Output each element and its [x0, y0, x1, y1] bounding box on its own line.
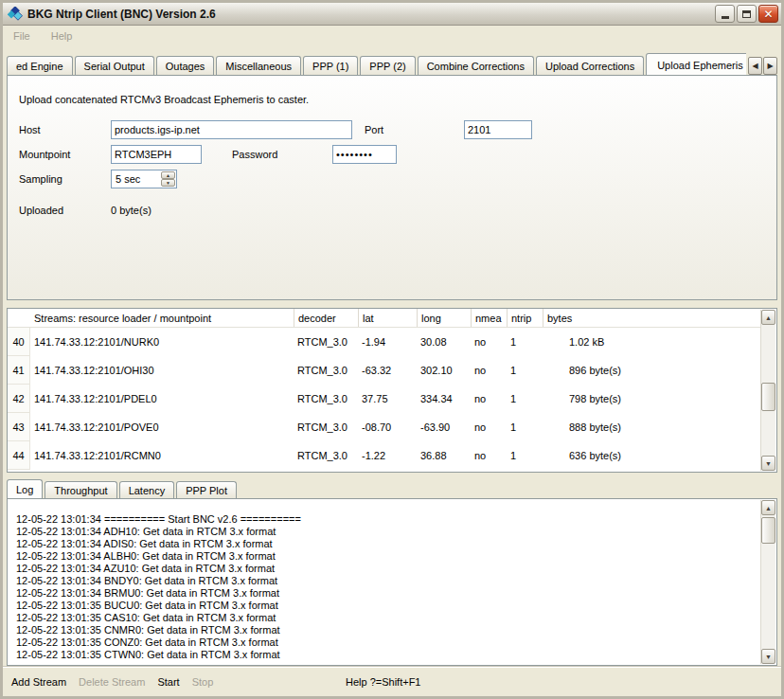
- uploaded-value: 0 byte(s): [111, 205, 151, 216]
- log-line: 12-05-22 13:01:34 BRMU0: Get data in RTC…: [16, 587, 761, 600]
- tab-scroll-left-button[interactable]: ◀: [748, 57, 762, 75]
- row-number: 43: [8, 413, 30, 441]
- tab-ed-engine[interactable]: ed Engine: [7, 56, 73, 75]
- maximize-icon: [742, 10, 751, 18]
- tab-upload-ephemeris[interactable]: Upload Ephemeris: [646, 53, 746, 75]
- long-cell: -63.90: [417, 413, 471, 441]
- log-line: 12-05-22 13:01:34 AZU10: Get data in RTC…: [16, 563, 761, 575]
- titlebar[interactable]: BKG Ntrip Client (BNC) Version 2.6 ✕: [3, 3, 781, 26]
- tab-scroll-right-button[interactable]: ▶: [763, 57, 777, 75]
- window-controls: ✕: [715, 5, 778, 23]
- tab-ppp-2[interactable]: PPP (2): [360, 56, 415, 75]
- streams-scroll-thumb[interactable]: [761, 383, 775, 411]
- log-line: 12-05-22 13:01:34 ========== Start BNC v…: [16, 513, 761, 526]
- tab-ppp-1[interactable]: PPP (1): [303, 56, 358, 75]
- tab-latency[interactable]: Latency: [119, 481, 175, 498]
- tab-outages[interactable]: Outages: [156, 56, 215, 75]
- table-row[interactable]: 43141.74.33.12:2101/POVE0RTCM_3.0-08.70-…: [8, 413, 761, 441]
- log-output: 12-05-22 13:01:34 ========== Start BNC v…: [8, 499, 761, 665]
- log-line: 12-05-22 13:01:34 ALBH0: Get data in RTC…: [16, 550, 761, 563]
- log-scroll-thumb[interactable]: [761, 517, 775, 544]
- tab-scroll-arrows: ◀ ▶: [748, 57, 777, 75]
- port-input[interactable]: [464, 120, 532, 139]
- host-input[interactable]: [111, 120, 352, 139]
- password-label: Password: [232, 149, 324, 160]
- menu-file[interactable]: File: [11, 28, 32, 44]
- column-header-lat: lat: [358, 309, 417, 327]
- table-row[interactable]: 40141.74.33.12:2101/NURK0RTCM_3.0-1.9430…: [8, 328, 761, 356]
- ntrip-cell: 1: [507, 385, 543, 413]
- ntrip-cell: 1: [507, 356, 543, 385]
- table-row[interactable]: 41141.74.33.12:2101/OHI30RTCM_3.0-63.323…: [8, 356, 761, 385]
- column-header-ntrip: ntrip: [507, 309, 543, 327]
- minimize-button[interactable]: [715, 5, 735, 23]
- decoder-cell: RTCM_3.0: [294, 356, 358, 385]
- row-number: 41: [8, 356, 30, 385]
- bytes-cell: 896 byte(s): [543, 356, 761, 385]
- nmea-cell: no: [471, 328, 507, 356]
- mountpoint-label: Mountpoint: [19, 149, 111, 160]
- close-button[interactable]: ✕: [758, 5, 778, 23]
- ntrip-cell: 1: [507, 413, 543, 441]
- nmea-cell: no: [471, 441, 507, 470]
- table-row[interactable]: 42141.74.33.12:2101/PDEL0RTCM_3.037.7533…: [8, 385, 761, 413]
- lat-cell: 37.75: [358, 385, 417, 413]
- bottom-tab-bar: LogThroughputLatencyPPP Plot: [7, 478, 777, 498]
- streams-scrollbar[interactable]: ▲ ▼: [760, 310, 775, 471]
- add-stream-button[interactable]: Add Stream: [11, 676, 66, 688]
- long-cell: 30.08: [417, 328, 471, 356]
- streams-table-body: 40141.74.33.12:2101/NURK0RTCM_3.0-1.9430…: [8, 328, 761, 472]
- log-scroll-track[interactable]: [761, 515, 775, 649]
- sampling-spinner[interactable]: 5 sec ▲ ▼: [111, 170, 177, 188]
- log-scrollbar[interactable]: ▲ ▼: [760, 500, 775, 664]
- streams-table: Streams: resource loader / mountpointdec…: [7, 308, 777, 473]
- maximize-button[interactable]: [737, 5, 757, 23]
- lat-cell: -63.32: [358, 356, 417, 385]
- stream-cell: 141.74.33.12:2101/OHI30: [30, 356, 294, 385]
- log-line: 12-05-22 13:01:35 CONZ0: Get data in RTC…: [16, 636, 761, 649]
- mountpoint-input[interactable]: [111, 145, 202, 164]
- nmea-cell: no: [471, 356, 507, 385]
- tab-ppp-plot[interactable]: PPP Plot: [176, 481, 237, 498]
- sampling-spin-buttons: ▲ ▼: [161, 171, 175, 187]
- tab-upload-corrections[interactable]: Upload Corrections: [536, 56, 644, 75]
- log-line: 12-05-22 13:01:34 BNDY0: Get data in RTC…: [16, 575, 761, 587]
- tab-combine-corrections[interactable]: Combine Corrections: [418, 56, 534, 75]
- stop-button[interactable]: Stop: [192, 676, 214, 688]
- scroll-down-icon[interactable]: ▼: [761, 649, 775, 664]
- uploaded-label: Uploaded: [19, 205, 111, 216]
- tab-log[interactable]: Log: [7, 479, 43, 498]
- log-line: 12-05-22 13:01:34 ADH10: Get data in RTC…: [16, 526, 761, 538]
- lat-cell: -1.22: [358, 441, 417, 470]
- column-header-nmea: nmea: [471, 309, 507, 327]
- tab-serial-output[interactable]: Serial Output: [75, 56, 154, 75]
- row-number: 42: [8, 385, 30, 413]
- bytes-cell: 888 byte(s): [543, 413, 761, 441]
- scroll-down-icon[interactable]: ▼: [761, 456, 775, 471]
- password-input[interactable]: [332, 145, 397, 164]
- decoder-cell: RTCM_3.0: [294, 413, 358, 441]
- streams-scroll-track[interactable]: [761, 325, 775, 456]
- lat-cell: -08.70: [358, 413, 417, 441]
- main-tab-strip: ed EngineSerial OutputOutagesMiscellaneo…: [7, 51, 746, 75]
- tab-throughput[interactable]: Throughput: [45, 481, 116, 498]
- bytes-cell: 636 byte(s): [543, 441, 761, 470]
- menu-help[interactable]: Help: [49, 28, 75, 44]
- start-button[interactable]: Start: [157, 676, 179, 688]
- sampling-label: Sampling: [19, 173, 111, 185]
- app-icon: [8, 7, 23, 22]
- log-line: 12-05-22 13:01:35 CAS10: Get data in RTC…: [16, 612, 761, 624]
- column-header-bytes: bytes: [543, 309, 761, 327]
- spin-down-icon[interactable]: ▼: [161, 179, 175, 187]
- status-bar-actions: Add StreamDelete StreamStartStop: [11, 667, 213, 696]
- table-row[interactable]: 44141.74.33.12:2101/RCMN0RTCM_3.0-1.2236…: [8, 441, 761, 470]
- tab-bar: ed EngineSerial OutputOutagesMiscellaneo…: [7, 51, 777, 75]
- log-line: 12-05-22 13:01:35 CNMR0: Get data in RTC…: [16, 624, 761, 636]
- spin-up-icon[interactable]: ▲: [161, 171, 175, 179]
- lat-cell: -1.94: [358, 328, 417, 356]
- delete-stream-button[interactable]: Delete Stream: [79, 676, 145, 688]
- tab-miscellaneous[interactable]: Miscellaneous: [216, 56, 301, 75]
- scroll-up-icon[interactable]: ▲: [761, 500, 775, 515]
- bytes-cell: 798 byte(s): [543, 385, 761, 413]
- scroll-up-icon[interactable]: ▲: [761, 310, 775, 325]
